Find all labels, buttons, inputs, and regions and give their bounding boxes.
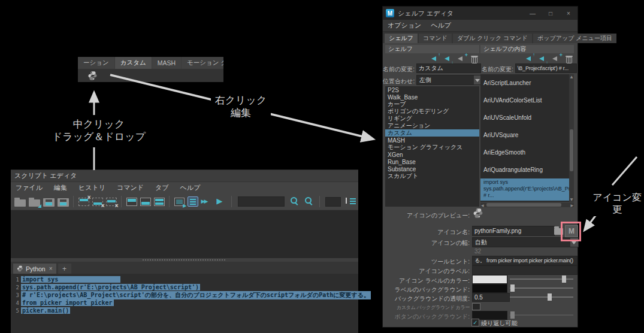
goto-line-icon[interactable] (345, 196, 356, 207)
screenshot-canvas: ーションカスタムMASHモーション グラフィックス 中クリック ドラッグ＆ドロッ… (0, 0, 644, 333)
move-item-up-icon[interactable] (526, 55, 535, 63)
shelf-editor-tabs: シェルフコマンドダブル クリック コマンドポップアップ メニュー項目 (383, 32, 578, 43)
save-script-to-shelf-icon[interactable] (58, 198, 69, 207)
clear-history-icon[interactable] (78, 198, 89, 206)
save-script-icon[interactable] (43, 198, 55, 207)
tab-label: Python (26, 265, 46, 273)
execute-all-icon[interactable] (216, 196, 227, 207)
shelf-list-item[interactable]: Run_Base (385, 158, 479, 165)
echo-all-commands-icon[interactable] (174, 198, 185, 206)
editor-tab[interactable]: ダブル クリック コマンド (453, 34, 532, 43)
delete-shelf-icon[interactable] (471, 55, 478, 63)
new-tab-button[interactable]: + (58, 264, 71, 274)
shelf-content-item[interactable]: AriUVScaleUnfold (480, 109, 574, 126)
toolbar-divider (73, 196, 74, 207)
shelf-list-item[interactable]: XGen (385, 151, 479, 158)
editor-tab[interactable]: シェルフ (385, 34, 418, 43)
script-editor-titlebar[interactable]: スクリプト エディタ (11, 170, 358, 182)
custom-bg-checkbox[interactable] (472, 303, 480, 310)
shelf-content-item[interactable]: AriScriptLauncher (480, 74, 574, 92)
scroll-up-icon[interactable] (569, 74, 574, 79)
horizontal-scrollbar[interactable] (480, 202, 574, 207)
menu-item[interactable]: ファイル (16, 183, 43, 192)
search-input[interactable] (238, 196, 285, 207)
shelf-content-item[interactable]: AriUVSquare (480, 126, 574, 144)
label-color-slider[interactable] (510, 278, 573, 280)
input-pane[interactable]: 1 import sys 2 sys.path.append(r'E:\proj… (11, 274, 358, 333)
move-shelf-up-icon[interactable] (431, 55, 440, 63)
bg-opacity-input[interactable]: 0.5 (472, 293, 510, 302)
menu-item[interactable]: ヘルプ (431, 21, 451, 30)
move-item-down-icon[interactable] (539, 55, 548, 63)
menu-item[interactable]: ヘルプ (180, 183, 201, 192)
scrollbar-thumb[interactable] (570, 129, 573, 171)
editor-tab[interactable]: ポップアップ メニュー項目 (533, 34, 616, 43)
slider-handle[interactable] (562, 276, 566, 283)
add-shelf-icon[interactable] (458, 55, 467, 63)
annotation-icon-change: アイコン変更 (588, 191, 644, 216)
delete-item-icon[interactable] (566, 55, 573, 63)
shelf-content-item[interactable]: import syssys.path.append(r'E:\projects\… (480, 178, 574, 201)
label-bg-slider[interactable] (510, 287, 573, 289)
show-input-pane-icon[interactable] (140, 198, 151, 206)
alignment-dropdown[interactable]: 左側 (416, 75, 482, 85)
move-shelf-down-icon[interactable] (445, 55, 453, 63)
scroll-down-icon[interactable] (569, 197, 574, 202)
minimize-icon[interactable]: — (524, 7, 542, 20)
maximize-icon[interactable]: □ (542, 7, 560, 20)
pane-splitter[interactable] (11, 258, 358, 262)
shelf-list-item[interactable]: モーション グラフィックス (385, 144, 479, 151)
menu-item[interactable]: タブ (155, 183, 169, 192)
shelf-tab[interactable]: モーション グラフィックス (182, 57, 223, 69)
menu-item[interactable]: オプション (388, 21, 421, 30)
line-number-input[interactable] (325, 197, 341, 207)
search-down-icon[interactable] (289, 196, 301, 207)
shelf-editor-titlebar[interactable]: M シェルフ エディタ — □ × (383, 7, 578, 20)
shelf-tab[interactable]: MASH (152, 57, 181, 69)
load-script-to-tab-icon[interactable] (29, 199, 40, 207)
menu-item[interactable]: ヒストリ (78, 183, 105, 192)
editor-tab[interactable]: コマンド (419, 34, 452, 43)
shelf-rename-input[interactable]: カスタム (416, 63, 481, 73)
load-script-icon[interactable] (14, 199, 26, 207)
shelf-content-item[interactable]: AriQuadrangulateRing (480, 161, 574, 178)
show-both-panes-icon[interactable] (154, 198, 165, 206)
slider-handle[interactable] (510, 284, 515, 292)
shelf-tab[interactable]: カスタム (115, 57, 152, 69)
code-line: 3 # r'E:\projects\AB_Project\script'の部分を… (11, 291, 358, 299)
label-bg-swatch[interactable] (472, 284, 507, 293)
python-shelf-button[interactable] (87, 71, 98, 81)
shelf-content-item[interactable]: AriUVAndColorSetList (480, 92, 574, 109)
slider-handle[interactable] (548, 293, 552, 301)
slider-handle[interactable] (510, 311, 515, 319)
close-tab-icon[interactable]: × (49, 265, 53, 272)
line-numbers-icon[interactable] (188, 196, 198, 207)
bg-opacity-slider[interactable] (510, 296, 573, 298)
clear-input-icon[interactable] (92, 198, 103, 206)
show-history-pane-icon[interactable] (126, 198, 137, 206)
search-up-icon[interactable] (304, 196, 315, 207)
menu-item[interactable]: 編集 (54, 183, 67, 192)
item-rename-input[interactable]: \B_Project\script') # r... (515, 63, 577, 73)
tab-python[interactable]: Python × (13, 264, 56, 274)
close-icon[interactable]: × (560, 7, 578, 20)
scrollbar-thumb[interactable] (486, 203, 561, 207)
repeatable-checkbox[interactable] (471, 319, 479, 326)
shelf-list-item[interactable]: カスタム (385, 129, 479, 137)
execute-selected-icon[interactable] (201, 196, 213, 207)
menu-item[interactable]: コマンド (117, 183, 144, 192)
icon-label-input[interactable] (472, 265, 578, 275)
shelf-list-item[interactable]: P2S (385, 86, 479, 93)
shelf-content-item[interactable]: AriEdgeSmooth (480, 144, 574, 161)
clear-all-icon[interactable] (106, 198, 117, 206)
history-pane[interactable] (11, 210, 358, 258)
vertical-scrollbar[interactable] (569, 74, 574, 202)
add-item-icon[interactable] (552, 55, 561, 63)
tooltip-input[interactable]: る。 from picker import picker picker.main… (472, 256, 578, 265)
button-bg-slider[interactable] (510, 314, 573, 316)
shelf-list-item[interactable]: スカルプト (385, 172, 479, 180)
label-color-swatch[interactable] (472, 275, 507, 284)
icon-name-input[interactable]: pythonFamily.png (472, 226, 555, 236)
shelf-tab[interactable]: ーション (78, 57, 114, 69)
shelf-editor-window: M シェルフ エディタ — □ × オプションヘルプ シェルフコマンドダブル ク… (382, 6, 578, 328)
